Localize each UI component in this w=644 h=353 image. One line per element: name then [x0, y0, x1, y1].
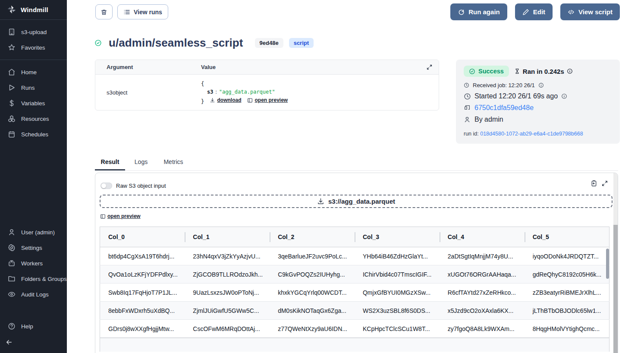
download-link[interactable]: download — [210, 96, 241, 104]
sidebar-item-home[interactable]: Home — [0, 64, 67, 80]
table-scrollbar-thumb[interactable] — [606, 249, 609, 279]
table-row: GDrs0j8wXXgfHgjjMtw...CscOFwM6MRqDOttAj.… — [100, 320, 609, 338]
table-cell[interactable]: R6cfTAYtd27xZeRHkco... — [440, 284, 525, 302]
table-cell[interactable]: zZB3eatyrRiBMEJrXlhL... — [525, 284, 609, 302]
table-cell[interactable]: jLThBTbOBJODlc65lw1... — [525, 302, 609, 320]
table-cell[interactable]: C9kGvPOQZs2IUHyhg... — [270, 265, 355, 284]
table-cell[interactable]: IChirVbid4c07TmscIGIF... — [355, 265, 440, 284]
sidebar-item-resources[interactable]: Resources — [0, 111, 67, 126]
pencil-icon — [522, 9, 529, 16]
table-cell[interactable]: x5Jzd9cO2oXAxla6KX... — [440, 302, 525, 320]
table-cell[interactable]: 8HqgHMolVYtighQcmc... — [525, 320, 609, 338]
run-again-button[interactable]: Run again — [450, 3, 507, 20]
table-cell[interactable]: KCpHpcTClcSCu1W8T... — [355, 320, 440, 338]
table-cell[interactable]: xUGOt76ORGrAAHaqa... — [440, 265, 525, 284]
table-cell[interactable]: dM0sKikNOTaqGx6Zga... — [270, 302, 355, 320]
sidebar-item-help[interactable]: Help — [0, 318, 67, 334]
column-header[interactable]: Col_1 — [185, 227, 270, 247]
expand-args-icon[interactable] — [426, 64, 433, 70]
table-cell[interactable]: zy7fgoQ8A8Lk9WXAm... — [440, 320, 525, 338]
column-header[interactable]: Col_2 — [270, 227, 355, 247]
tab-logs[interactable]: Logs — [126, 157, 156, 170]
by-admin-row: By admin — [464, 116, 612, 123]
tab-metrics[interactable]: Metrics — [157, 157, 190, 170]
table-cell[interactable]: YHb64iB46ZdHzGlaYt... — [355, 247, 440, 265]
table-cell[interactable]: Swb8Iq17FqHjoT7P1JL... — [100, 284, 185, 302]
table-cell[interactable]: 3qeBarlueJF2uvc9PoLc... — [270, 247, 355, 265]
panel-scrollbar-thumb[interactable] — [613, 225, 618, 353]
column-resize-handle[interactable] — [355, 232, 355, 242]
tab-result[interactable]: Result — [95, 157, 125, 170]
table-cell[interactable]: CscOFwM6MRqDOttAj... — [185, 320, 270, 338]
table-cell[interactable]: z77QWeNtXzy9aU6IDN... — [270, 320, 355, 338]
main-content: View runs Run again Edit View script u/a… — [67, 0, 644, 353]
column-header[interactable]: Col_3 — [355, 227, 440, 247]
sidebar-item-favorites[interactable]: Favorites — [0, 40, 67, 55]
run-id-link[interactable]: 018d4580-1072-ab29-e6a4-c1de9798b668 — [480, 131, 583, 137]
info-icon[interactable] — [561, 93, 567, 99]
view-script-button[interactable]: View script — [560, 3, 620, 20]
building-grid-icon — [8, 28, 16, 36]
sidebar-item-settings[interactable]: Settings — [0, 240, 67, 255]
edit-button[interactable]: Edit — [515, 3, 553, 20]
play-icon — [8, 84, 16, 91]
table-cell[interactable]: 9UazLsxzsJW0oPToNj... — [185, 284, 270, 302]
received-job-row: Received job: 12:20 26/1 — [464, 82, 612, 88]
sidebar-item-audit-logs[interactable]: Audit Logs — [0, 287, 67, 302]
worker-job-link[interactable]: 6750c1dfa59ed48e — [474, 104, 534, 112]
column-resize-handle[interactable] — [440, 232, 440, 242]
table-cell[interactable]: WS2X3uzSBL8f6S0DS... — [355, 302, 440, 320]
panel-scrollbar-track[interactable] — [613, 173, 618, 353]
fullscreen-icon[interactable] — [601, 180, 608, 187]
brand-name: Windmill — [21, 6, 48, 13]
column-header[interactable]: Col_4 — [440, 227, 525, 247]
delete-button[interactable] — [95, 4, 113, 19]
table-cell[interactable]: iyqoODoNk4JRDQTZT... — [525, 247, 609, 265]
column-resize-handle[interactable] — [185, 232, 185, 242]
sidebar-item-schedules[interactable]: Schedules — [0, 126, 67, 142]
sidebar-item-variables[interactable]: Variables — [0, 95, 67, 111]
table-cell[interactable]: ZjmlJUiGwfU5GWw5C... — [185, 302, 270, 320]
result-table-body: bt6dp4CgXsA19T6hdrj...23hN4qxV3jZkYyAzjv… — [100, 247, 609, 338]
info-icon[interactable] — [567, 68, 573, 74]
sidebar-item-s3-upload[interactable]: s3-upload — [0, 24, 67, 40]
open-panel-icon — [100, 214, 106, 219]
open-preview-link[interactable]: open preview — [247, 96, 288, 104]
table-cell[interactable]: khxkYGCqYrlq00WCDT... — [270, 284, 355, 302]
chip-icon — [464, 104, 471, 112]
table-cell[interactable]: ZjGCOB9TLLROdzoJkh... — [185, 265, 270, 284]
view-script-label: View script — [578, 8, 613, 16]
raw-s3-toggle[interactable] — [101, 183, 112, 189]
column-header[interactable]: Col_0 — [100, 227, 185, 247]
open-preview-link[interactable]: open preview — [100, 213, 141, 219]
view-runs-button[interactable]: View runs — [117, 4, 168, 19]
sidebar-item-folders-groups[interactable]: Folders & Groups — [0, 271, 67, 287]
collapse-sidebar-button[interactable] — [0, 334, 67, 350]
table-cell[interactable]: QvOa1oLzKFjYDFPdlxy... — [100, 265, 185, 284]
sidebar-item-runs[interactable]: Runs — [0, 80, 67, 95]
table-cell[interactable]: GDrs0j8wXXgfHgjjMtw... — [100, 320, 185, 338]
argument-column-header: Argument — [95, 64, 201, 70]
table-cell[interactable]: QmjxGfBYUI0MGzXSw... — [355, 284, 440, 302]
table-cell[interactable]: 2aDtSgtIqMnjjM74y8U... — [440, 247, 525, 265]
sidebar-item-label: s3-upload — [21, 29, 47, 35]
sidebar-item-workers[interactable]: Workers — [0, 255, 67, 271]
s3-download-area[interactable]: s3://agg_data.parquet — [100, 195, 613, 208]
copy-result-icon[interactable] — [591, 180, 597, 187]
table-row: QvOa1oLzKFjYDFPdlxy...ZjGCOB9TLLROdzoJkh… — [100, 265, 609, 284]
table-cell[interactable]: 23hN4qxV3jZkYyAzjvU... — [185, 247, 270, 265]
run-id-row: run id: 018d4580-1072-ab29-e6a4-c1de9798… — [464, 131, 612, 137]
table-cell[interactable]: bt6dp4CgXsA19T6hdrj... — [100, 247, 185, 265]
sidebar-item-user[interactable]: User (admin) — [0, 224, 67, 240]
eye-icon — [8, 290, 16, 298]
sidebar-item-label: Runs — [21, 85, 35, 91]
column-resize-handle[interactable] — [270, 232, 270, 242]
info-icon[interactable] — [538, 82, 544, 88]
column-header[interactable]: Col_5 — [525, 227, 609, 247]
success-check-icon — [94, 39, 102, 47]
table-cell[interactable]: gdReQhyC8192c05H6k... — [525, 265, 609, 284]
column-resize-handle[interactable] — [525, 232, 525, 242]
brand[interactable]: Windmill — [0, 0, 67, 19]
table-cell[interactable]: 8ebbFxWDxrh5uXdBQ... — [100, 302, 185, 320]
sidebar: Windmill s3-upload Favorites Home — [0, 0, 67, 353]
